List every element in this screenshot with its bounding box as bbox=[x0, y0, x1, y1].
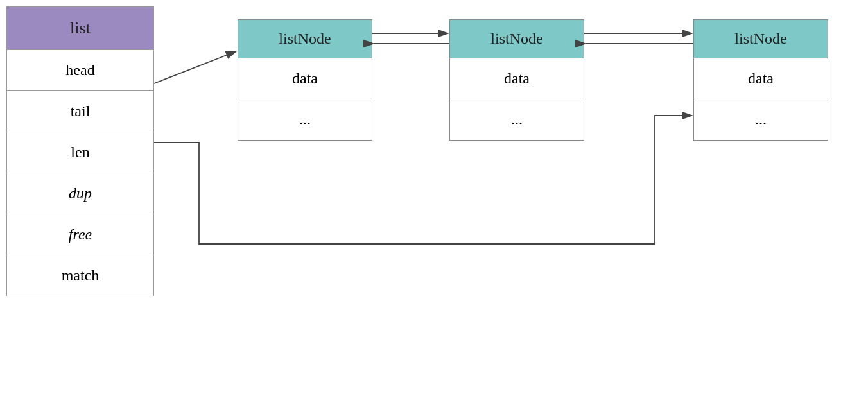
listnode-1-data: data bbox=[238, 58, 372, 99]
listnode-1-extra: ... bbox=[238, 99, 372, 140]
listnode-3: listNode data ... bbox=[693, 19, 828, 141]
tail-arrow bbox=[154, 116, 692, 244]
listnode-3-title: listNode bbox=[694, 20, 828, 58]
list-field-head: head bbox=[7, 50, 153, 91]
listnode-1-title: listNode bbox=[238, 20, 372, 58]
listnode-2: listNode data ... bbox=[449, 19, 584, 141]
list-field-len: len bbox=[7, 132, 153, 173]
list-field-match: match bbox=[7, 255, 153, 296]
listnode-2-data: data bbox=[450, 58, 584, 99]
list-field-dup: dup bbox=[7, 173, 153, 214]
list-field-free: free bbox=[7, 214, 153, 255]
listnode-3-data: data bbox=[694, 58, 828, 99]
listnode-2-title: listNode bbox=[450, 20, 584, 58]
diagram-container: list head tail len dup free match listNo… bbox=[0, 0, 868, 412]
list-class-box: list head tail len dup free match bbox=[6, 6, 154, 296]
list-class-title: list bbox=[7, 7, 153, 50]
listnode-3-extra: ... bbox=[694, 99, 828, 140]
list-field-tail: tail bbox=[7, 91, 153, 132]
head-arrow bbox=[154, 51, 236, 83]
listnode-1: listNode data ... bbox=[238, 19, 372, 141]
listnode-2-extra: ... bbox=[450, 99, 584, 140]
